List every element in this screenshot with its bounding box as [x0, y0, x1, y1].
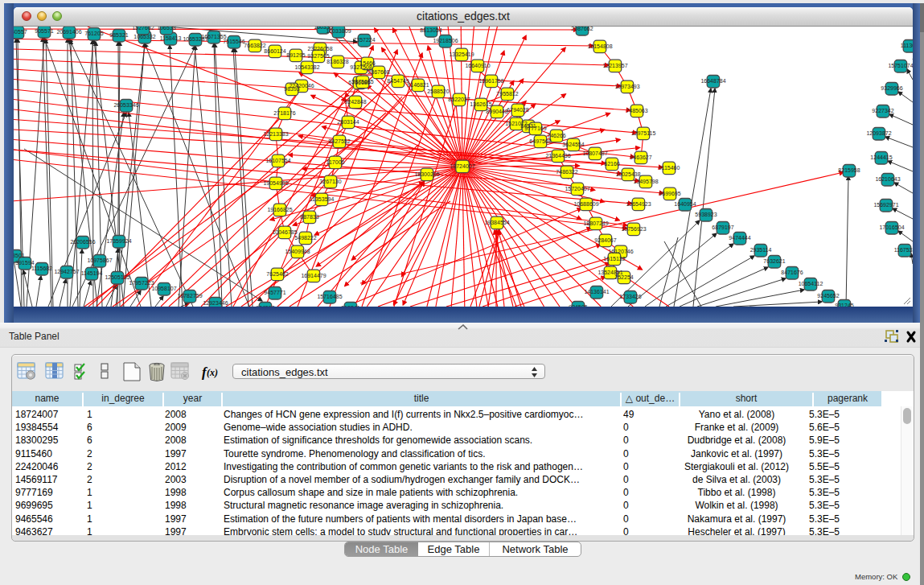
svg-text:9146821: 9146821 [407, 82, 429, 88]
svg-text:1640954: 1640954 [674, 201, 696, 207]
svg-text:9474444: 9474444 [729, 235, 750, 241]
svg-text:8322037: 8322037 [448, 97, 470, 102]
svg-text:1362615: 1362615 [470, 101, 491, 107]
svg-text:8427552: 8427552 [328, 138, 350, 144]
svg-text:23226058: 23226058 [307, 46, 332, 51]
svg-text:9463627: 9463627 [630, 154, 651, 160]
svg-text:7632621: 7632621 [763, 258, 785, 264]
svg-text:11353594: 11353594 [310, 196, 335, 202]
svg-text:891295: 891295 [286, 52, 305, 58]
svg-text:15751074: 15751074 [888, 63, 913, 68]
svg-text:12975115: 12975115 [631, 130, 656, 136]
svg-text:9115460: 9115460 [659, 165, 680, 171]
svg-text:140557: 140557 [14, 29, 27, 35]
svg-text:1065332: 1065332 [133, 34, 155, 39]
svg-text:106533: 106533 [157, 27, 175, 31]
svg-text:15716485: 15716485 [317, 294, 342, 299]
svg-text:15692971: 15692971 [873, 202, 898, 208]
svg-text:15720407: 15720407 [565, 186, 589, 192]
svg-text:117006: 117006 [326, 159, 345, 165]
svg-text:20691406: 20691406 [56, 29, 81, 35]
svg-text:2867608: 2867608 [368, 69, 389, 75]
svg-text:1615132: 1615132 [603, 256, 625, 262]
svg-text:15466: 15466 [359, 60, 376, 66]
svg-text:98393: 98393 [284, 86, 300, 92]
svg-text:9699695: 9699695 [659, 191, 680, 196]
svg-text:746266: 746266 [547, 133, 565, 138]
svg-text:252254: 252254 [614, 274, 633, 280]
svg-text:16154808: 16154808 [587, 43, 612, 49]
svg-text:10654112: 10654112 [799, 281, 823, 286]
svg-text:16640910: 16640910 [465, 63, 490, 68]
svg-text:9284067: 9284067 [594, 237, 616, 243]
svg-text:9457771: 9457771 [264, 290, 285, 295]
svg-text:8660124: 8660124 [264, 48, 285, 54]
svg-text:985321: 985321 [109, 32, 128, 38]
svg-text:7357224: 7357224 [353, 37, 375, 43]
svg-text:905571: 905571 [35, 28, 53, 34]
svg-text:761205: 761205 [84, 31, 103, 36]
svg-text:6794028: 6794028 [507, 107, 528, 113]
svg-text:62160: 62160 [604, 161, 620, 167]
svg-text:16107554: 16107554 [265, 158, 290, 163]
svg-text:8454749: 8454749 [387, 78, 409, 84]
svg-text:8813054: 8813054 [420, 27, 441, 33]
svg-text:10975867: 10975867 [87, 257, 112, 263]
svg-text:19054985: 19054985 [263, 180, 288, 186]
svg-text:8471676: 8471676 [781, 270, 803, 275]
svg-text:8215958: 8215958 [838, 167, 860, 173]
svg-text:3267130: 3267130 [319, 179, 341, 184]
svg-text:15409948: 15409948 [285, 249, 310, 254]
svg-text:5498222: 5498222 [294, 235, 316, 241]
svg-text:5938923: 5938923 [695, 212, 717, 217]
svg-text:13654923: 13654923 [626, 201, 651, 207]
svg-text:16210643: 16210643 [875, 176, 900, 182]
svg-text:2935114: 2935114 [750, 247, 772, 253]
svg-text:1244415: 1244415 [870, 154, 892, 160]
svg-text:1733426: 1733426 [619, 294, 641, 299]
svg-text:16120746: 16120746 [608, 249, 633, 254]
svg-text:13325419: 13325419 [449, 51, 474, 57]
svg-text:19384554: 19384554 [484, 220, 509, 225]
svg-text:12093872: 12093872 [866, 130, 891, 136]
svg-text:2718176: 2718176 [273, 110, 295, 116]
svg-text:1158413: 1158413 [160, 35, 182, 41]
svg-text:3624554: 3624554 [562, 142, 584, 147]
svg-text:18807249: 18807249 [583, 220, 608, 226]
svg-text:8186328: 8186328 [326, 59, 348, 64]
svg-text:26053346: 26053346 [113, 102, 138, 108]
svg-text:1527602: 1527602 [132, 27, 154, 31]
svg-text:10807487: 10807487 [582, 150, 607, 156]
svg-text:12213957: 12213957 [602, 63, 627, 68]
svg-text:887833: 887833 [300, 214, 318, 220]
svg-text:16914479: 16914479 [301, 273, 326, 278]
svg-text:2803144: 2803144 [337, 119, 359, 125]
svg-text:9329966: 9329966 [881, 85, 902, 91]
svg-text:18300295: 18300295 [414, 171, 439, 177]
svg-text:6879197: 6879197 [712, 225, 733, 230]
svg-text:7955812: 7955812 [496, 91, 518, 97]
svg-text:10025438: 10025438 [615, 171, 640, 177]
svg-text:12213383: 12213383 [263, 131, 288, 137]
svg-text:16782759: 16782759 [177, 293, 202, 299]
svg-text:10756923: 10756923 [621, 226, 646, 232]
svg-text:1115682: 1115682 [31, 266, 52, 271]
svg-text:13495798: 13495798 [633, 179, 658, 184]
svg-text:17957223: 17957223 [129, 280, 154, 286]
svg-text:2087662: 2087662 [571, 27, 593, 31]
svg-text:19218506: 19218506 [433, 38, 458, 43]
svg-text:12923446: 12923446 [203, 300, 228, 306]
svg-text:9227342: 9227342 [872, 108, 893, 113]
svg-text:9327505: 9327505 [307, 53, 329, 59]
svg-text:16648784: 16648784 [700, 78, 725, 84]
svg-text:12505135: 12505135 [105, 274, 129, 280]
svg-text:17016504: 17016504 [879, 225, 904, 230]
svg-text:10958107: 10958107 [151, 286, 176, 291]
svg-text:7663822: 7663822 [244, 43, 265, 48]
svg-text:10688609: 10688609 [573, 201, 598, 207]
svg-text:19166825: 19166825 [267, 207, 292, 212]
svg-text:9245652: 9245652 [817, 293, 839, 299]
svg-text:111302: 111302 [901, 43, 913, 48]
svg-text:12942757: 12942757 [54, 269, 79, 274]
svg-text:391594: 391594 [15, 260, 34, 266]
